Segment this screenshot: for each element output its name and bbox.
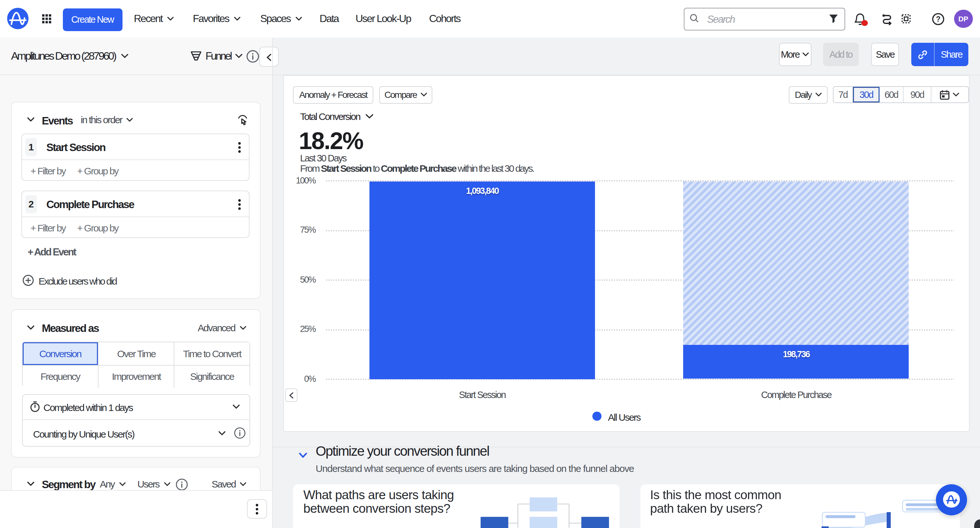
svg-text:?: ? — [936, 14, 940, 23]
